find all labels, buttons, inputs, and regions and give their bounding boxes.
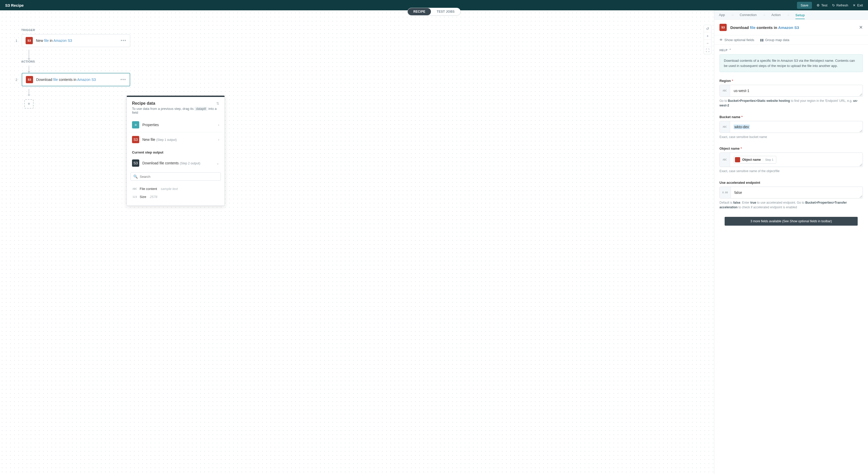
field-object: Object name * ABC Object name Step 1 Exa…: [719, 147, 863, 173]
recipe-title: S3 Recipe: [5, 3, 797, 7]
field-accelerated-input[interactable]: 0.00 false: [719, 187, 863, 199]
add-step-button[interactable]: +: [24, 99, 34, 109]
step-1-number: 1: [16, 39, 18, 42]
resize-handle[interactable]: [860, 129, 862, 132]
current-step-label: Current step output: [127, 147, 224, 156]
field-region-input[interactable]: ABC us-west-1: [719, 85, 863, 97]
panel-header: S3 Download file contents in Amazon S3 ✕: [714, 20, 868, 35]
side-panel: App → Connection → Action → Setup S3 Dow…: [714, 10, 868, 474]
arrow-icon: →: [762, 13, 766, 17]
topbar-actions: Save ⚙Test ↻Refresh ✕Exit: [797, 2, 863, 9]
chevron-right-icon: ›: [218, 138, 219, 142]
field-object-input[interactable]: ABC Object name Step 1: [719, 152, 863, 167]
panel-body: HELP⌃ Download contents of a specific fi…: [714, 45, 868, 474]
arrow-icon: →: [786, 13, 790, 17]
crumb-app[interactable]: App: [719, 13, 725, 17]
step-2-more-icon[interactable]: •••: [120, 77, 126, 83]
connector: [26, 66, 32, 73]
arrow-icon: →: [731, 13, 734, 17]
recipe-data-subtitle: To use data from a previous step, drag i…: [132, 107, 219, 115]
chevron-right-icon: ›: [218, 123, 219, 127]
panel-title: Download file contents in Amazon S3: [730, 25, 855, 30]
chevron-down-icon: ⌄: [216, 161, 219, 165]
test-button[interactable]: ⚙Test: [816, 3, 828, 7]
crumb-action[interactable]: Action: [771, 13, 781, 17]
field-region: Region * ABC us-west-1 Go to Bucket>Prop…: [719, 79, 863, 108]
close-panel-button[interactable]: ✕: [859, 25, 863, 30]
field-accelerated: Use accelerated endpoint 0.00 false Defa…: [719, 181, 863, 210]
panel-toolbar: 👁Show optional fields ▮▮Group map data: [714, 35, 868, 45]
field-region-label: Region *: [719, 79, 863, 83]
recipe-data-new-file[interactable]: S3 New file (Step 1 output) ›: [129, 132, 222, 147]
tab-test-jobs[interactable]: TEST JOBS: [431, 8, 460, 15]
canvas: ↺ + − ⛶ TRIGGER 1 S3 New file in Amazon …: [0, 10, 714, 474]
help-toggle[interactable]: HELP⌃: [719, 48, 863, 52]
setup-breadcrumb: App → Connection → Action → Setup: [714, 10, 868, 20]
s3-icon: [735, 157, 740, 162]
s3-icon: S3: [26, 76, 33, 83]
step-1-card[interactable]: S3 New file in Amazon S3 •••: [22, 34, 130, 47]
refresh-button[interactable]: ↻Refresh: [832, 3, 848, 7]
step-1-more-icon[interactable]: •••: [121, 38, 126, 43]
crumb-connection[interactable]: Connection: [740, 13, 757, 17]
group-map-button[interactable]: ▮▮Group map data: [760, 38, 789, 42]
refresh-icon: ↻: [832, 3, 835, 7]
recipe-data-panel: Recipe data ⇅ To use data from a previou…: [127, 96, 225, 206]
search-input[interactable]: [140, 175, 218, 179]
chevron-up-icon: ⌃: [729, 48, 732, 52]
eye-icon: 👁: [719, 38, 723, 42]
field-bucket-input[interactable]: ABC wkto-dev: [719, 121, 863, 133]
field-region-hint: Go to Bucket>Properties>Static website h…: [719, 98, 863, 108]
exit-button[interactable]: ✕Exit: [853, 3, 863, 7]
resize-handle[interactable]: [860, 93, 862, 96]
tab-recipe[interactable]: RECIPE: [408, 8, 431, 15]
sort-icon[interactable]: ⇅: [216, 101, 219, 106]
main: ↺ + − ⛶ TRIGGER 1 S3 New file in Amazon …: [0, 10, 868, 474]
connector: [26, 89, 32, 96]
field-object-label: Object name *: [719, 147, 863, 150]
resize-handle[interactable]: [860, 195, 862, 198]
s3-icon: S3: [719, 24, 727, 31]
connector: [26, 50, 32, 60]
field-bucket: Bucket name * ABC wkto-dev Exact, case s…: [719, 115, 863, 139]
properties-icon: ≡: [132, 121, 139, 128]
search-input-wrap[interactable]: 🔍: [130, 172, 221, 181]
field-accelerated-label: Use accelerated endpoint: [719, 181, 863, 184]
download-step-icon: S3: [132, 159, 139, 167]
step-1-text: New file in Amazon S3: [36, 38, 118, 42]
object-name-datapill[interactable]: Object name Step 1: [734, 156, 776, 164]
field-object-hint: Exact, case sensitive name of the object…: [719, 169, 863, 173]
save-button[interactable]: Save: [797, 2, 812, 9]
recipe-data-properties[interactable]: ≡ Properties ›: [129, 118, 222, 132]
field-accelerated-hint: Default is false. Enter true to use acce…: [719, 200, 863, 210]
show-optional-button[interactable]: 👁Show optional fields: [719, 38, 754, 42]
step-2-row: 2 S3 Download file contents in Amazon S3…: [16, 73, 699, 86]
view-tabs: RECIPE TEST JOBS: [407, 8, 461, 16]
s3-icon: S3: [26, 37, 33, 44]
output-file-content[interactable]: ABC File content sample text: [132, 185, 219, 193]
crumb-setup[interactable]: Setup: [796, 13, 805, 19]
step-2-card[interactable]: S3 Download file contents in Amazon S3 •…: [22, 73, 130, 86]
actions-label: ACTIONS: [21, 60, 699, 63]
more-fields-notice: 3 more fields available (See Show option…: [724, 217, 858, 226]
field-bucket-hint: Exact, case sensitive bucket name: [719, 135, 863, 139]
field-bucket-label: Bucket name *: [719, 115, 863, 119]
resize-handle[interactable]: [860, 164, 862, 166]
step-2-number: 2: [16, 78, 18, 82]
trigger-label: TRIGGER: [21, 28, 699, 32]
close-icon: ✕: [853, 3, 856, 7]
gear-icon: ⚙: [816, 3, 820, 7]
step-1-row: 1 S3 New file in Amazon S3 •••: [16, 34, 699, 47]
help-text: Download contents of a specific file in …: [719, 54, 863, 72]
recipe-data-download[interactable]: S3 Download file contents (Step 2 output…: [129, 156, 222, 170]
search-icon: 🔍: [133, 174, 138, 179]
s3-icon: S3: [132, 136, 139, 143]
output-size[interactable]: 123 Size 2578: [132, 193, 219, 201]
recipe-data-title: Recipe data: [132, 101, 155, 106]
step-2-text: Download file contents in Amazon S3: [36, 78, 117, 82]
map-icon: ▮▮: [760, 38, 764, 42]
